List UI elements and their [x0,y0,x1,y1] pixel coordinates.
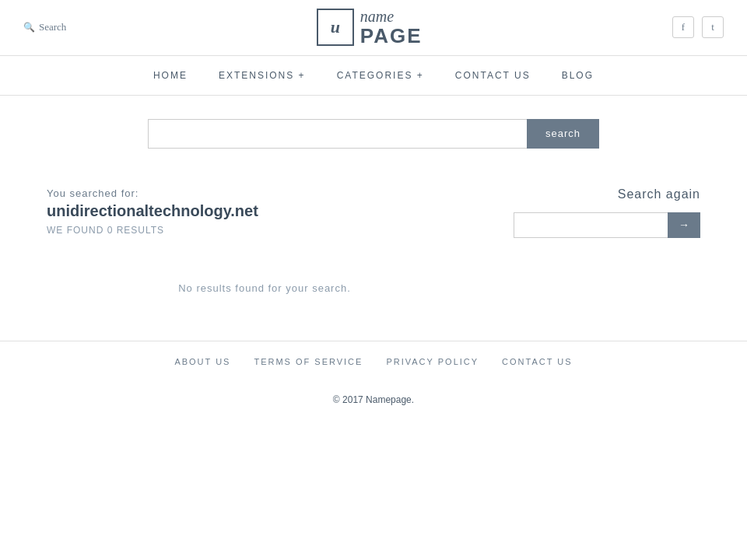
nav-item-extensions[interactable]: EXTENSIONS + [219,70,306,81]
copyright-text: © 2017 [333,394,366,405]
logo-text: name PAGE [360,8,423,47]
main-content: You searched for: unidirectionaltechnolo… [0,164,747,341]
logo[interactable]: u name PAGE [317,8,423,47]
footer-privacy[interactable]: PRIVACY POLICY [386,357,479,366]
copyright-end: . [412,394,414,405]
facebook-link[interactable]: f [672,16,694,38]
nav-item-contact[interactable]: CONTACT US [455,70,531,81]
main-nav: HOME EXTENSIONS + CATEGORIES + CONTACT U… [0,56,747,96]
brand-link[interactable]: Namepage [366,394,412,405]
search-section: search [0,96,747,164]
search-label: Search [39,21,66,33]
footer-about[interactable]: ABOUT US [174,357,230,366]
results-section: You searched for: unidirectionaltechnolo… [47,187,482,294]
search-button[interactable]: search [527,119,599,149]
footer-contact[interactable]: CONTACT US [502,357,573,366]
found-results: We found 0 results [47,225,482,236]
search-again-button[interactable]: → [668,212,700,238]
search-again-section: Search again → [514,187,700,294]
social-links: f t [672,16,724,38]
footer-copyright: © 2017 Namepage. [0,382,747,429]
nav-item-categories[interactable]: CATEGORIES + [337,70,424,81]
logo-page: PAGE [360,25,423,47]
search-again-input[interactable] [514,212,668,238]
header: 🔍 Search u name PAGE f t [0,0,747,56]
facebook-icon: f [682,21,685,33]
twitter-link[interactable]: t [702,16,724,38]
footer-terms[interactable]: TERMS OF SERVICE [254,357,363,366]
no-results-text: No results found for your search. [47,282,482,294]
search-icon: 🔍 [23,22,35,33]
footer-nav: ABOUT US TERMS OF SERVICE PRIVACY POLICY… [0,341,747,382]
logo-italic-u: u [331,17,340,37]
search-again-title: Search again [514,187,700,201]
search-form: search [148,119,599,149]
you-searched-label: You searched for: [47,187,482,199]
header-search[interactable]: 🔍 Search [23,21,66,33]
footer: ABOUT US TERMS OF SERVICE PRIVACY POLICY… [0,341,747,429]
nav-item-blog[interactable]: BLOG [562,70,594,81]
twitter-icon: t [711,21,714,33]
search-input[interactable] [148,119,527,149]
search-again-form: → [514,212,700,238]
search-term: unidirectionaltechnology.net [47,202,482,220]
nav-item-home[interactable]: HOME [153,70,188,81]
logo-name: name [360,8,423,25]
logo-icon-box: u [317,9,354,46]
